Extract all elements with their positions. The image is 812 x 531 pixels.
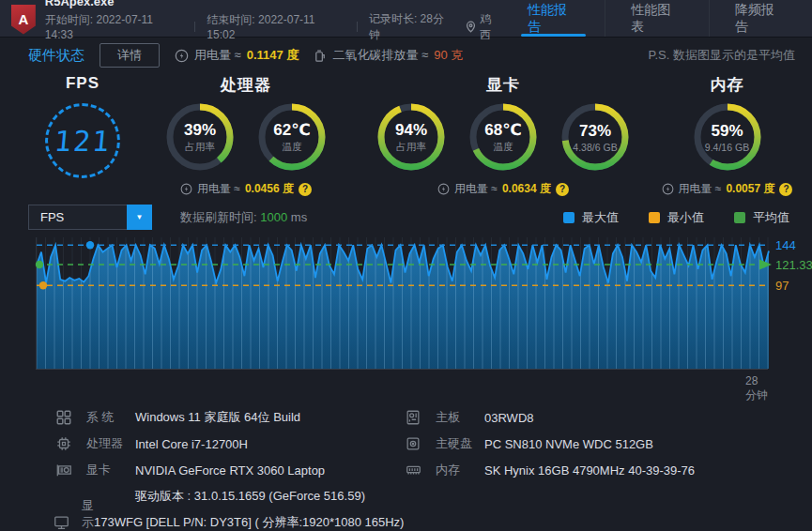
chart-controls: FPS ▼ 数据刷新时间: 1000 ms 最大值 最小值 平均值	[0, 193, 812, 235]
divider	[357, 22, 358, 32]
help-icon[interactable]: ?	[779, 183, 792, 196]
gpu-icon	[53, 462, 75, 478]
cpu-usage-ring: 39%占用率	[164, 101, 236, 173]
legend-max: 最大值	[563, 209, 619, 226]
motherboard-icon	[402, 409, 424, 426]
memory-power-row: 用电量 ≈ 0.0057 度 ?	[662, 181, 793, 197]
co2-label: 二氧化碳排放量 ≈	[332, 47, 428, 64]
tab-bar: 性能报告 性能图表 降频报告	[502, 0, 812, 37]
help-icon[interactable]: ?	[299, 183, 312, 196]
disk-row: 主硬盘 PC SN810 NVMe WDC 512GB	[402, 431, 695, 457]
help-icon[interactable]: ?	[556, 183, 569, 196]
power-bolt-icon	[175, 49, 189, 63]
end-time: 结束时间: 2022-07-11 15:02	[207, 12, 345, 41]
display-row: 显示器 173WFG [DELL P/N: DY3T6] ( 分辨率:1920*…	[53, 509, 402, 531]
duration: 记录时长: 28分钟	[369, 11, 454, 43]
fps-title: FPS	[66, 74, 100, 93]
gpu-title: 显卡	[486, 74, 520, 96]
fps-section: FPS 121	[28, 73, 137, 193]
location: 鸡西	[466, 11, 502, 43]
metric-select[interactable]: FPS ▼	[28, 205, 152, 230]
disk-icon	[402, 435, 424, 452]
brand: A R5Apex.exe 开始时间: 2022-07-11 14:33 结束时间…	[11, 0, 502, 37]
fps-gauge: 121	[45, 103, 120, 178]
chart-avg-label: 121.33	[775, 258, 812, 272]
system-info: 系 统 Windows 11 家庭版 64位 Build 处理器 Intel C…	[0, 389, 812, 531]
ram-icon	[402, 462, 424, 478]
gpu-section: 显卡 94%占用率 68℃温度 73%4.38/6 GB	[355, 73, 651, 193]
legend-min: 最小值	[649, 209, 704, 226]
location-pin-icon	[466, 21, 476, 33]
fps-area-chart	[36, 237, 768, 370]
gpu-usage-ring: 94%占用率	[375, 101, 447, 173]
memory-section: 内存 59%9.4/16 GB 用电量 ≈ 0.0057 度 ?	[651, 73, 803, 193]
average-note: P.S. 数据图显示的是平均值	[648, 47, 795, 64]
fps-value: 121	[53, 125, 112, 158]
gpu-power-row: 用电量 ≈ 0.0634 度 ?	[437, 181, 569, 197]
co2-icon	[314, 49, 327, 63]
cpu-row: 处理器 Intel Core i7-12700H	[53, 431, 402, 457]
metric-select-value: FPS	[29, 210, 64, 224]
monitor-icon	[53, 514, 70, 531]
chart-duration-label: 28分钟	[745, 374, 768, 403]
tab-performance-chart[interactable]: 性能图表	[605, 0, 708, 37]
gpu-row: 显卡 NVIDIA GeForce RTX 3060 Laptop	[53, 457, 402, 483]
legend-max-swatch	[563, 212, 575, 223]
legend-avg: 平均值	[734, 209, 789, 226]
tab-throttle-report[interactable]: 降频报告	[709, 0, 812, 37]
cpu-power-row: 用电量 ≈ 0.0456 度 ?	[180, 181, 312, 197]
memory-title: 内存	[711, 74, 744, 96]
app-title: R5Apex.exe	[45, 0, 502, 8]
hardware-status-label: 硬件状态	[28, 47, 84, 65]
power-label: 用电量 ≈	[194, 47, 241, 64]
chart-legend: 最大值 最小值 平均值	[563, 209, 789, 226]
legend-min-swatch	[649, 212, 660, 223]
cpu-title: 处理器	[221, 74, 271, 96]
co2-value: 90 克	[434, 47, 463, 64]
co2-emission: 二氧化碳排放量 ≈ 90 克	[314, 47, 463, 64]
cpu-temp-ring: 62℃温度	[256, 101, 328, 173]
motherboard-row: 主板 03RWD8	[402, 404, 695, 431]
gpu-driver-row: 驱动版本 : 31.0.15.1659 (GeForce 516.59)	[53, 483, 402, 509]
chart-min-label: 97	[775, 279, 789, 293]
apex-logo-icon: A	[11, 5, 36, 35]
power-value: 0.1147 度	[247, 47, 299, 64]
topbar: A R5Apex.exe 开始时间: 2022-07-11 14:33 结束时间…	[0, 0, 812, 38]
cpu-section: 处理器 39%占用率 62℃温度 用电量 ≈ 0.0456 度 ?	[137, 73, 355, 193]
memory-usage-ring: 59%9.4/16 GB	[692, 101, 763, 173]
memory-row: 内存 SK Hynix 16GB 4790MHz 40-39-39-76	[402, 457, 695, 483]
start-time: 开始时间: 2022-07-11 14:33	[45, 12, 184, 41]
power-bolt-icon	[437, 183, 450, 195]
fps-chart: 144 121.33 97 28分钟	[36, 237, 768, 389]
cpu-icon	[53, 435, 75, 452]
gauge-panel: FPS 121 处理器 39%占用率 62℃温度	[0, 71, 812, 193]
chevron-down-icon[interactable]: ▼	[127, 205, 152, 230]
refresh-interval: 数据刷新时间: 1000 ms	[180, 209, 307, 226]
system-row: 系 统 Windows 11 家庭版 64位 Build	[53, 404, 402, 431]
session-meta: 开始时间: 2022-07-11 14:33 结束时间: 2022-07-11 …	[45, 11, 502, 43]
legend-avg-swatch	[734, 212, 745, 223]
power-bolt-icon	[180, 183, 192, 195]
gpu-vram-ring: 73%4.38/6 GB	[559, 101, 631, 173]
divider	[194, 22, 195, 32]
tab-performance-report[interactable]: 性能报告	[502, 0, 605, 37]
app-window: A R5Apex.exe 开始时间: 2022-07-11 14:33 结束时间…	[0, 0, 812, 531]
location-label: 鸡西	[480, 11, 502, 43]
system-icon	[53, 409, 75, 426]
total-power-usage: 用电量 ≈ 0.1147 度	[175, 47, 299, 64]
chart-max-label: 144	[775, 238, 796, 252]
power-bolt-icon	[662, 183, 674, 195]
gpu-temp-ring: 68℃温度	[467, 101, 539, 173]
details-button[interactable]: 详情	[100, 43, 160, 68]
